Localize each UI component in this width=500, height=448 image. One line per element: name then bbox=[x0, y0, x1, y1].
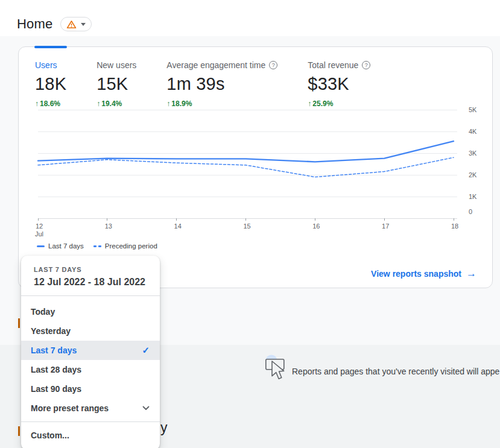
date-range-header: LAST 7 DAYS 12 Jul 2022 - 18 Jul 2022 bbox=[21, 256, 160, 296]
occluded-heading-fragment: y bbox=[160, 420, 168, 436]
occluded-icon-sliver bbox=[18, 318, 20, 328]
solid-line-swatch bbox=[37, 245, 45, 247]
svg-text:3K: 3K bbox=[469, 150, 477, 157]
metric-tab-users[interactable]: Users 18K ↑18.6% bbox=[35, 60, 66, 108]
svg-text:5K: 5K bbox=[469, 107, 477, 113]
page-header: Home bbox=[17, 16, 92, 32]
svg-text:2K: 2K bbox=[469, 171, 477, 178]
metric-tabs: Users 18K ↑18.6% New users 15K ↑19.4% Av… bbox=[35, 60, 370, 108]
metric-label: Total revenue bbox=[308, 60, 358, 70]
divider bbox=[21, 421, 160, 422]
chart-legend: Last 7 days Preceding period bbox=[37, 242, 157, 250]
chevron-down-icon bbox=[81, 23, 86, 26]
svg-text:Jul: Jul bbox=[35, 230, 43, 238]
dashed-line-swatch bbox=[93, 245, 101, 247]
warning-icon bbox=[66, 20, 77, 29]
metric-label: Average engagement time bbox=[166, 60, 265, 70]
svg-text:17: 17 bbox=[382, 222, 389, 230]
view-reports-snapshot-link[interactable]: View reports snapshot → bbox=[371, 268, 476, 280]
checkmark-icon: ✓ bbox=[142, 345, 150, 356]
option-more-preset-ranges[interactable]: More preset ranges bbox=[21, 399, 160, 418]
svg-text:0: 0 bbox=[469, 208, 472, 215]
metric-value: 15K bbox=[97, 74, 136, 94]
right-arrow-icon: → bbox=[466, 268, 476, 280]
svg-text:1K: 1K bbox=[469, 193, 477, 200]
option-last-7-days[interactable]: Last 7 days ✓ bbox=[21, 341, 160, 360]
svg-text:12: 12 bbox=[36, 222, 43, 230]
option-last-90-days[interactable]: Last 90 days bbox=[21, 379, 160, 399]
up-arrow-icon: ↑ bbox=[308, 99, 311, 108]
option-custom[interactable]: Custom... bbox=[21, 426, 160, 445]
metric-value: 18K bbox=[35, 74, 66, 94]
metric-tab-new-users[interactable]: New users 15K ↑19.4% bbox=[97, 60, 136, 108]
option-last-28-days[interactable]: Last 28 days bbox=[21, 360, 160, 379]
cursor-click-icon bbox=[264, 354, 288, 386]
svg-text:16: 16 bbox=[312, 222, 320, 230]
option-yesterday[interactable]: Yesterday bbox=[21, 321, 160, 341]
chevron-down-icon bbox=[142, 406, 150, 411]
ga-home-page: Home Users 18K ↑18.6% New users 15K ↑19.… bbox=[0, 0, 500, 448]
overview-card: Users 18K ↑18.6% New users 15K ↑19.4% Av… bbox=[18, 46, 493, 288]
recently-accessed-empty-state: Reports and pages that you've recently v… bbox=[264, 354, 288, 386]
users-trend-chart[interactable]: 5K4K3K2K1K012Jul131415161718 bbox=[19, 107, 493, 242]
page-title: Home bbox=[17, 16, 53, 32]
metric-change: ↑25.9% bbox=[308, 99, 370, 108]
date-range-value: 12 Jul 2022 - 18 Jul 2022 bbox=[34, 277, 150, 288]
legend-last-7-days: Last 7 days bbox=[37, 242, 84, 250]
option-today[interactable]: Today bbox=[21, 302, 160, 321]
svg-text:14: 14 bbox=[174, 222, 182, 230]
metric-value: $33K bbox=[308, 74, 370, 94]
metric-change: ↑18.9% bbox=[166, 99, 277, 108]
svg-text:13: 13 bbox=[105, 222, 112, 230]
svg-text:15: 15 bbox=[243, 222, 250, 230]
up-arrow-icon: ↑ bbox=[97, 99, 100, 108]
empty-state-text: Reports and pages that you've recently v… bbox=[292, 367, 499, 376]
metric-tab-avg-engagement-time[interactable]: Average engagement time? 1m 39s ↑18.9% bbox=[166, 60, 277, 108]
svg-text:18: 18 bbox=[451, 222, 458, 230]
date-range-options: Today Yesterday Last 7 days ✓ Last 28 da… bbox=[21, 296, 160, 448]
date-range-dropdown: LAST 7 DAYS 12 Jul 2022 - 18 Jul 2022 To… bbox=[21, 256, 160, 448]
help-icon[interactable]: ? bbox=[269, 61, 277, 69]
data-quality-dropdown[interactable] bbox=[60, 17, 92, 31]
metric-label: Users bbox=[35, 60, 57, 70]
metric-change: ↑19.4% bbox=[97, 99, 136, 108]
metric-value: 1m 39s bbox=[166, 74, 277, 94]
help-icon[interactable]: ? bbox=[362, 61, 370, 69]
date-range-eyebrow: LAST 7 DAYS bbox=[34, 266, 150, 273]
legend-preceding-period: Preceding period bbox=[93, 242, 157, 250]
up-arrow-icon: ↑ bbox=[35, 99, 39, 108]
occluded-icon-sliver bbox=[18, 426, 20, 436]
metric-change: ↑18.6% bbox=[35, 99, 66, 108]
active-metric-tab-indicator bbox=[34, 46, 67, 48]
up-arrow-icon: ↑ bbox=[166, 99, 170, 108]
metric-label: New users bbox=[97, 60, 136, 70]
svg-text:4K: 4K bbox=[469, 128, 477, 135]
metric-tab-total-revenue[interactable]: Total revenue? $33K ↑25.9% bbox=[308, 60, 370, 108]
